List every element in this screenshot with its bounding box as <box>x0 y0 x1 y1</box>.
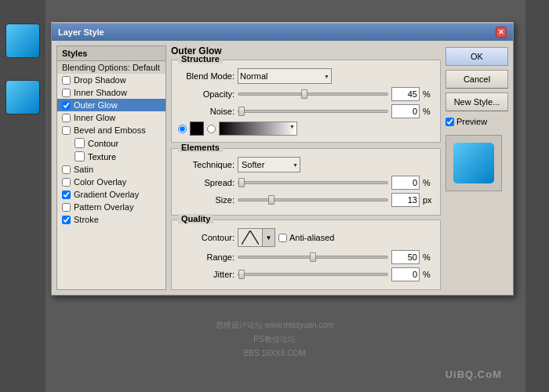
inner-glow-check[interactable] <box>62 114 71 122</box>
opacity-label: Opacity: <box>178 89 235 99</box>
bevel-emboss-check[interactable] <box>62 126 71 135</box>
inner-shadow-item[interactable]: Inner Shadow <box>57 86 165 99</box>
bevel-emboss-item[interactable]: Bevel and Emboss <box>57 124 165 136</box>
size-input[interactable] <box>391 193 420 207</box>
preview-area <box>445 135 502 191</box>
noise-label: Noise: <box>178 107 235 116</box>
gradient-radio[interactable] <box>207 125 216 133</box>
gradient-swatch[interactable] <box>219 122 297 136</box>
spread-unit: % <box>423 178 434 187</box>
outer-glow-item[interactable]: Outer Glow <box>57 99 165 111</box>
spread-input[interactable] <box>391 176 420 190</box>
spread-slider-container <box>238 181 388 184</box>
contour-item[interactable]: Contour <box>57 136 165 150</box>
structure-section: Structure Blend Mode: Normal Dissolve Mu… <box>171 60 441 143</box>
jitter-label: Jitter: <box>178 270 235 279</box>
texture-check[interactable] <box>75 151 85 162</box>
technique-row: Technique: Softer Precise <box>178 157 434 172</box>
range-slider-track[interactable] <box>238 256 388 259</box>
size-slider-thumb[interactable] <box>268 195 274 205</box>
stroke-item[interactable]: Stroke <box>57 213 165 226</box>
preview-check-label[interactable]: Preview <box>445 117 508 126</box>
blue-square2-icon <box>5 80 40 114</box>
stroke-check[interactable] <box>62 216 71 224</box>
gradient-overlay-check[interactable] <box>62 191 71 199</box>
right-panel <box>525 0 549 392</box>
noise-slider-track[interactable] <box>238 110 388 113</box>
satin-check[interactable] <box>62 165 71 174</box>
spread-slider-thumb[interactable] <box>238 178 245 187</box>
range-slider-container <box>238 256 388 259</box>
styles-panel-header: Styles <box>57 46 165 61</box>
satin-label: Satin <box>74 165 93 174</box>
range-slider-thumb[interactable] <box>310 252 316 262</box>
jitter-input[interactable] <box>391 267 420 281</box>
jitter-unit: % <box>423 270 434 279</box>
ok-button[interactable]: OK <box>445 47 508 66</box>
pattern-overlay-check[interactable] <box>62 203 71 212</box>
opacity-slider-thumb[interactable] <box>301 89 307 99</box>
opacity-input[interactable] <box>391 87 420 101</box>
color-overlay-item[interactable]: Color Overlay <box>57 176 165 188</box>
inner-shadow-check[interactable] <box>62 89 71 97</box>
quality-label: Quality <box>178 214 213 223</box>
close-button[interactable]: ✕ <box>496 27 507 38</box>
range-row: Range: % <box>178 250 434 264</box>
blend-mode-select-wrapper: Normal Dissolve Multiply Screen <box>238 68 332 84</box>
drop-shadow-item[interactable]: Drop Shadow <box>57 74 165 86</box>
anti-aliased-label[interactable]: Anti-aliased <box>278 233 334 242</box>
color-overlay-check[interactable] <box>62 178 71 187</box>
noise-input[interactable] <box>391 104 420 118</box>
noise-unit: % <box>423 107 434 116</box>
outer-glow-check[interactable] <box>62 101 71 110</box>
blend-mode-select[interactable]: Normal Dissolve Multiply Screen <box>238 68 332 84</box>
opacity-slider-container <box>238 93 388 96</box>
new-style-button[interactable]: New Style... <box>445 93 508 111</box>
cancel-button[interactable]: Cancel <box>445 70 508 89</box>
satin-item[interactable]: Satin <box>57 163 165 176</box>
jitter-row: Jitter: % <box>178 267 434 281</box>
inner-glow-label: Inner Glow <box>74 113 115 122</box>
main-content: Outer Glow Structure Blend Mode: Normal … <box>171 45 441 290</box>
anti-aliased-check[interactable] <box>278 234 287 242</box>
opacity-slider-track[interactable] <box>238 93 388 96</box>
color-radio[interactable] <box>178 125 187 133</box>
dialog-body: Styles Blending Options: Default Drop Sh… <box>52 41 513 295</box>
blue-square-icon <box>5 24 40 58</box>
jitter-slider-thumb[interactable] <box>238 270 245 279</box>
contour-swatch[interactable] <box>238 228 263 247</box>
color-row <box>178 122 434 136</box>
technique-select[interactable]: Softer Precise <box>238 157 300 172</box>
dialog-title: Layer Style <box>58 27 104 37</box>
gradient-overlay-item[interactable]: Gradient Overlay <box>57 188 165 201</box>
preview-checkbox[interactable] <box>445 118 454 126</box>
blending-options-label: Blending Options: Default <box>62 63 160 72</box>
contour-dropdown[interactable]: ▼ <box>263 228 275 247</box>
preview-label: Preview <box>456 117 487 126</box>
size-slider-track[interactable] <box>238 198 388 201</box>
watermark2: UiBQ.CoM <box>445 368 502 380</box>
noise-slider-thumb[interactable] <box>238 107 245 116</box>
range-input[interactable] <box>391 250 420 264</box>
opacity-row: Opacity: % <box>178 87 434 101</box>
blending-options-item[interactable]: Blending Options: Default <box>57 61 165 74</box>
quality-section: Quality Contour: ▼ <box>171 220 441 290</box>
elements-label: Elements <box>178 143 223 152</box>
noise-slider-container <box>238 110 388 113</box>
inner-shadow-label: Inner Shadow <box>74 88 127 97</box>
drop-shadow-check[interactable] <box>62 76 71 85</box>
contour-check[interactable] <box>75 138 85 148</box>
gradient-overlay-label: Gradient Overlay <box>74 190 139 199</box>
spread-slider-track[interactable] <box>238 181 388 184</box>
jitter-slider-track[interactable] <box>238 273 388 276</box>
contour-control: ▼ <box>238 228 275 247</box>
color-swatch[interactable] <box>190 122 204 136</box>
texture-item[interactable]: Texture <box>57 150 165 163</box>
inner-glow-item[interactable]: Inner Glow <box>57 111 165 124</box>
pattern-overlay-item[interactable]: Pattern Overlay <box>57 201 165 213</box>
contour-preview <box>242 230 259 245</box>
anti-aliased-text: Anti-aliased <box>289 233 334 242</box>
left-panel <box>0 0 45 392</box>
structure-label: Structure <box>178 54 223 64</box>
contour-row: Contour: ▼ Anti-aliased <box>178 228 434 247</box>
